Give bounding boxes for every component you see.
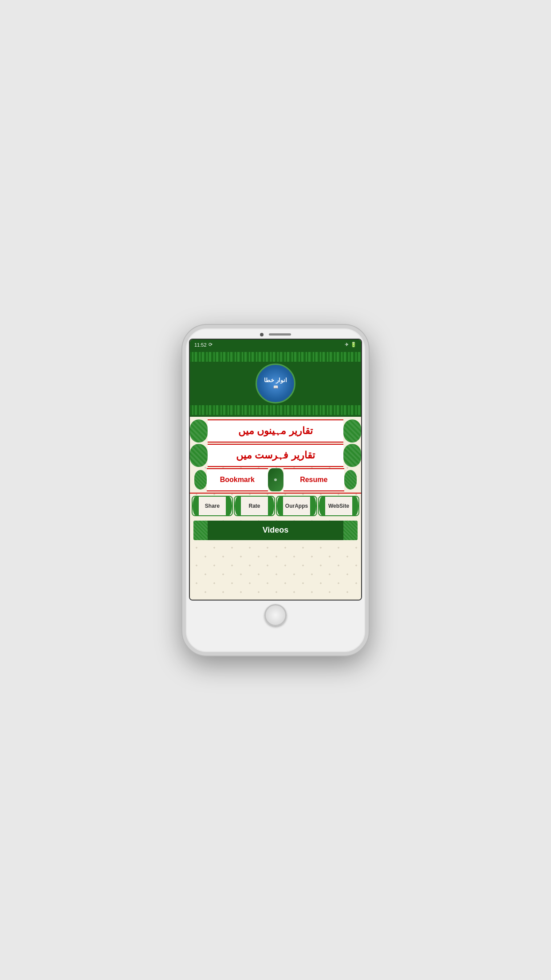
divider-1 [190,493,361,494]
menu-item-1-container[interactable]: تقاریر مہینوں میں [208,419,343,443]
share-label: Share [205,503,220,509]
menu-item-2-text: تقاریر فہرست میں [236,450,315,461]
four-button-row: Share Rate OurApps WebSite [190,494,361,518]
bookmark-resume-row: Bookmark Resume [190,468,361,491]
front-camera [260,333,264,336]
menu-row-1[interactable]: تقاریر مہینوں میں [190,419,361,443]
right-deco-2 [343,444,361,467]
app-header: انوار خطا 📖 [190,350,361,417]
status-right: ✈ 🔋 [345,342,357,348]
status-bar: 11:52 ⟳ ✈ 🔋 [190,340,361,350]
resume-button[interactable]: Resume [283,468,345,491]
videos-button[interactable]: Videos [193,521,358,540]
videos-left-deco [193,521,208,540]
rate-button[interactable]: Rate [234,496,275,516]
left-deco-1 [190,419,208,443]
phone-frame: 11:52 ⟳ ✈ 🔋 انوار خطا 📖 [182,325,369,656]
ourapps-button[interactable]: OurApps [276,496,317,516]
app-logo: انوار خطا 📖 [256,364,295,403]
center-deco [268,468,283,491]
ourapps-label: OurApps [285,503,308,509]
rotate-icon: ⟳ [209,342,213,348]
geo-pattern-bottom [190,405,361,415]
header-geo-border-bottom [190,405,361,415]
geo-pattern-top [190,352,361,362]
videos-label: Videos [263,526,289,535]
home-button[interactable] [264,604,287,626]
bookmark-label: Bookmark [220,476,255,484]
status-left: 11:52 ⟳ [194,342,213,348]
battery-icon: 🔋 [350,342,357,348]
left-deco-2 [190,444,208,467]
left-deco-3 [194,470,207,490]
videos-right-deco [343,521,358,540]
header-geo-border-top [190,352,361,362]
logo-text: انوار خطا 📖 [264,377,287,389]
website-label: WebSite [328,503,349,509]
menu-item-2-container[interactable]: تقاریر فہرست میں [208,444,343,467]
menu-item-1-text: تقاریر مہینوں میں [238,425,312,437]
speaker [269,333,291,336]
right-deco-3 [344,470,357,490]
phone-top-area [186,328,365,339]
videos-row: Videos [190,519,361,541]
resume-label: Resume [300,476,327,484]
share-button[interactable]: Share [192,496,233,516]
app-content: تقاریر مہینوں میں تقاریر فہرست میں Bookm… [190,417,361,601]
menu-row-2[interactable]: تقاریر فہرست میں [190,444,361,467]
website-button[interactable]: WebSite [318,496,359,516]
rate-label: Rate [248,503,260,509]
empty-space [190,543,361,601]
phone-screen: 11:52 ⟳ ✈ 🔋 انوار خطا 📖 [189,339,362,601]
airplane-icon: ✈ [345,342,349,348]
time-display: 11:52 [194,342,207,348]
right-deco-1 [343,419,361,443]
bookmark-button[interactable]: Bookmark [207,468,268,491]
